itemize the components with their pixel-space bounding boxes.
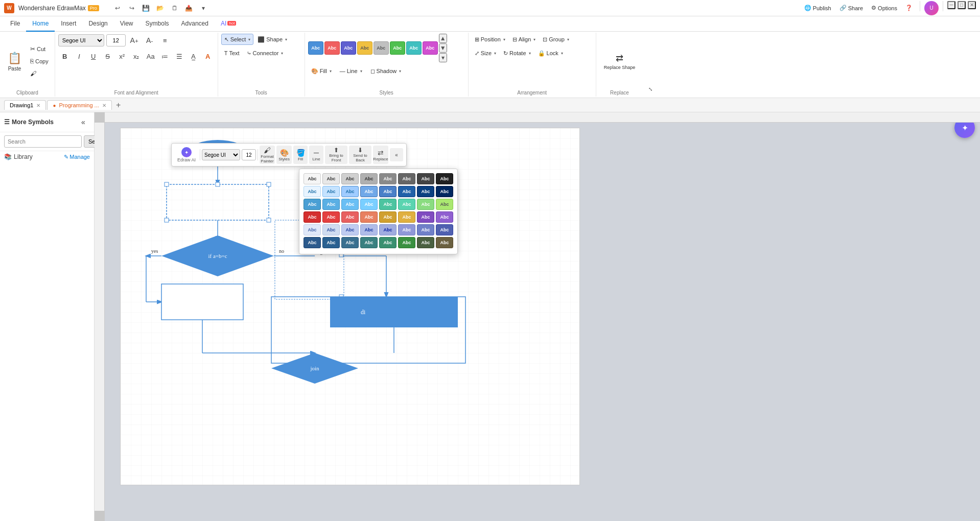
style-swatch-swatches_row3-6[interactable]: Abc bbox=[417, 199, 434, 210]
user-avatar[interactable]: U bbox=[924, 1, 939, 15]
list2-btn[interactable]: ☰ bbox=[173, 50, 186, 63]
library-item[interactable]: 📚 Library bbox=[4, 153, 33, 160]
style-swatch-swatches_row2-1[interactable]: Abc bbox=[322, 186, 340, 197]
style-swatch-swatches_row4-3[interactable]: Abc bbox=[360, 211, 378, 223]
float-line-btn[interactable]: ─ Line bbox=[309, 146, 323, 164]
toolbar-swatch-1[interactable]: Abc bbox=[324, 41, 340, 55]
shape-btn[interactable]: ⬛ Shape ▾ bbox=[254, 34, 290, 45]
style-swatch-swatches_row3-0[interactable]: Abc bbox=[304, 199, 321, 210]
style-swatch-swatches_row5-2[interactable]: Abc bbox=[341, 224, 359, 235]
decrease-font-btn[interactable]: A- bbox=[143, 34, 156, 47]
add-tab-btn[interactable]: + bbox=[113, 100, 124, 111]
style-swatch-swatches_row2-2[interactable]: Abc bbox=[341, 186, 359, 197]
underline-btn[interactable]: U bbox=[87, 50, 100, 63]
superscript-btn[interactable]: x² bbox=[115, 50, 129, 63]
toolbar-swatch-4[interactable]: Abc bbox=[374, 41, 389, 55]
manage-btn[interactable]: ✎ Manage bbox=[64, 154, 90, 160]
style-swatch-swatches_row5-7[interactable]: Abc bbox=[436, 224, 453, 235]
style-swatch-swatches_row2-4[interactable]: Abc bbox=[379, 186, 396, 197]
size-btn[interactable]: ⤢ Size ▾ bbox=[472, 48, 499, 59]
bold-btn[interactable]: B bbox=[58, 50, 72, 63]
style-swatch-swatches_row5-4[interactable]: Abc bbox=[379, 224, 396, 235]
toolbar-swatch-6[interactable]: Abc bbox=[406, 41, 422, 55]
style-swatch-swatches_row4-4[interactable]: Abc bbox=[379, 211, 396, 223]
tab-design[interactable]: Design bbox=[82, 16, 113, 32]
tab-drawing1[interactable]: Drawing1 ✕ bbox=[4, 100, 46, 110]
style-swatch-swatches_row6-6[interactable]: Abc bbox=[417, 237, 434, 248]
tab-advanced[interactable]: Advanced bbox=[175, 16, 215, 32]
redo-btn[interactable]: ↪ bbox=[126, 2, 138, 14]
style-swatch-swatches_row6-2[interactable]: Abc bbox=[341, 237, 359, 248]
toolbar-swatch-2[interactable]: Abc bbox=[341, 41, 356, 55]
tab-programming[interactable]: ● Programming ... ✕ bbox=[47, 100, 111, 110]
canvas-content[interactable]: start bbox=[105, 123, 980, 521]
float-font-select[interactable]: Segoe UI bbox=[202, 149, 240, 160]
style-swatch-swatches_row1-4[interactable]: Abc bbox=[379, 173, 396, 184]
fill-btn[interactable]: 🎨 Fill ▾ bbox=[308, 65, 335, 77]
help-btn[interactable]: ❓ bbox=[902, 1, 916, 15]
panel-collapse-btn[interactable]: « bbox=[77, 115, 90, 129]
style-swatch-swatches_row6-1[interactable]: Abc bbox=[322, 237, 340, 248]
style-swatch-swatches_row2-6[interactable]: Abc bbox=[417, 186, 434, 197]
float-format-painter-btn[interactable]: 🖌 Format Painter bbox=[260, 146, 275, 164]
float-fill-btn[interactable]: 🪣 Fill bbox=[293, 146, 308, 164]
style-swatch-swatches_row1-1[interactable]: Abc bbox=[322, 173, 340, 184]
float-collapse-btn[interactable]: « bbox=[390, 148, 403, 161]
position-btn[interactable]: ⊞ Position ▾ bbox=[472, 34, 508, 45]
style-swatch-swatches_row1-5[interactable]: Abc bbox=[398, 173, 415, 184]
style-swatch-swatches_row3-7[interactable]: Abc bbox=[436, 199, 453, 210]
paste-btn[interactable]: 📋 Paste bbox=[3, 46, 26, 77]
edraw-ai-btn[interactable]: ✦ Edraw AI bbox=[175, 146, 198, 164]
style-swatch-swatches_row5-3[interactable]: Abc bbox=[360, 224, 378, 235]
list-btn[interactable]: ≔ bbox=[158, 50, 172, 63]
style-swatch-swatches_row3-2[interactable]: Abc bbox=[341, 199, 359, 210]
tab-ai[interactable]: AI hot bbox=[215, 16, 242, 32]
style-swatch-swatches_row3-3[interactable]: Abc bbox=[360, 199, 378, 210]
text-highlight-btn[interactable]: A̲ bbox=[187, 50, 200, 63]
close-btn[interactable]: ✕ bbox=[968, 1, 976, 9]
maximize-btn[interactable]: □ bbox=[958, 1, 966, 9]
line-btn[interactable]: — Line ▾ bbox=[337, 65, 365, 77]
style-swatch-swatches_row2-5[interactable]: Abc bbox=[398, 186, 415, 197]
export-btn[interactable]: 📤 bbox=[183, 2, 195, 14]
style-swatch-swatches_row5-5[interactable]: Abc bbox=[398, 224, 415, 235]
toolbar-swatch-3[interactable]: Abc bbox=[357, 41, 372, 55]
share-btn[interactable]: 🔗 Share bbox=[836, 1, 866, 15]
tab-drawing1-close[interactable]: ✕ bbox=[36, 103, 40, 108]
float-size-input[interactable] bbox=[242, 149, 256, 160]
rotate-btn[interactable]: ↻ Rotate ▾ bbox=[500, 48, 533, 59]
float-send-back-btn[interactable]: ⬇ Send to Back bbox=[349, 146, 371, 164]
tab-symbols[interactable]: Symbols bbox=[139, 16, 175, 32]
swatches-up-btn[interactable]: ▲ bbox=[439, 34, 447, 43]
toolbar-swatch-5[interactable]: Abc bbox=[390, 41, 405, 55]
text-btn[interactable]: T Text bbox=[221, 48, 243, 59]
tab-home[interactable]: Home bbox=[26, 16, 55, 32]
align-btn[interactable]: ⊟ Align ▾ bbox=[509, 34, 539, 45]
style-swatch-swatches_row1-6[interactable]: Abc bbox=[417, 173, 434, 184]
cut-btn[interactable]: ✂Cut bbox=[27, 43, 52, 55]
swatches-down-btn[interactable]: ▼ bbox=[439, 43, 447, 53]
style-swatch-swatches_row4-1[interactable]: Abc bbox=[322, 211, 340, 223]
style-swatch-swatches_row2-3[interactable]: Abc bbox=[360, 186, 378, 197]
style-swatch-swatches_row6-3[interactable]: Abc bbox=[360, 237, 378, 248]
tab-view[interactable]: View bbox=[114, 16, 139, 32]
style-swatch-swatches_row2-0[interactable]: Abc bbox=[304, 186, 321, 197]
text-align-btn[interactable]: ≡ bbox=[158, 34, 172, 47]
style-swatch-swatches_row5-1[interactable]: Abc bbox=[322, 224, 340, 235]
search-input[interactable] bbox=[4, 135, 82, 148]
font-family-select[interactable]: Segoe UI bbox=[58, 34, 104, 46]
italic-btn[interactable]: I bbox=[73, 50, 86, 63]
style-swatch-swatches_row6-4[interactable]: Abc bbox=[379, 237, 396, 248]
style-swatch-swatches_row5-6[interactable]: Abc bbox=[417, 224, 434, 235]
font-color-btn[interactable]: A bbox=[201, 50, 215, 63]
group-btn[interactable]: ⊡ Group ▾ bbox=[540, 34, 572, 45]
style-swatch-swatches_row4-5[interactable]: Abc bbox=[398, 211, 415, 223]
style-swatch-swatches_row1-3[interactable]: Abc bbox=[360, 173, 378, 184]
style-swatch-swatches_row3-1[interactable]: Abc bbox=[322, 199, 340, 210]
style-swatch-swatches_row6-7[interactable]: Abc bbox=[436, 237, 453, 248]
subscript-btn[interactable]: x₂ bbox=[130, 50, 143, 63]
style-swatch-swatches_row3-5[interactable]: Abc bbox=[398, 199, 415, 210]
minimize-btn[interactable]: ─ bbox=[947, 1, 955, 9]
dropdown-more[interactable]: ▾ bbox=[197, 2, 209, 14]
undo-btn[interactable]: ↩ bbox=[111, 2, 124, 14]
